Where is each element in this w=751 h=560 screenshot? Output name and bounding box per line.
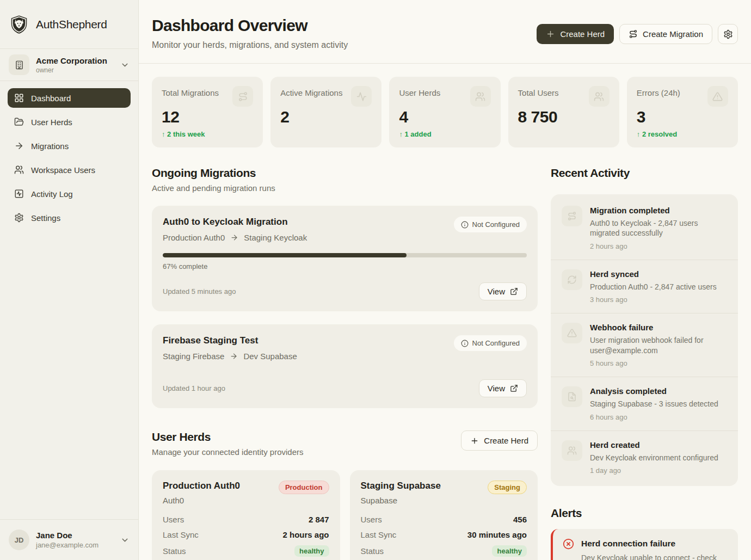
users-label: Users xyxy=(361,515,382,524)
folder-open-icon xyxy=(14,117,24,127)
create-herd-button[interactable]: Create Herd xyxy=(537,24,614,44)
activity-text: Herd synced Production Auth0 - 2,847 act… xyxy=(590,269,717,304)
activity-title: Webhook failure xyxy=(590,323,727,332)
herd-users-row: Users 456 xyxy=(361,515,527,524)
stat-value: 4 xyxy=(399,108,490,126)
activity-item-migration-completed: Migration completed Auth0 to Keycloak - … xyxy=(551,196,738,260)
activity-title: Migration completed xyxy=(590,206,727,215)
sidebar-item-migrations[interactable]: Migrations xyxy=(8,136,131,156)
external-link-icon xyxy=(510,384,518,392)
view-migration-button[interactable]: View xyxy=(479,379,527,397)
migration-source: Production Auth0 xyxy=(163,233,225,242)
stat-label: User Herds xyxy=(399,86,440,97)
last-sync-label: Last Sync xyxy=(361,530,397,539)
create-herd-section-button[interactable]: Create Herd xyxy=(461,430,538,451)
not-configured-label: Not Configured xyxy=(472,220,520,229)
migration-route: Production Auth0 Staging Keycloak xyxy=(163,233,307,242)
chevron-down-icon xyxy=(120,60,130,70)
activity-desc: Production Auth0 - 2,847 active users xyxy=(590,282,717,292)
sidebar-item-activity-log[interactable]: Activity Log xyxy=(8,184,131,204)
plus-icon xyxy=(470,436,479,445)
stat-value: 12 xyxy=(162,108,253,126)
user-info: Jane Doe jane@example.com xyxy=(36,531,114,549)
user-herds-title: User Herds xyxy=(152,430,304,444)
migration-card-heading: Firebase Staging Test Staging Firebase D… xyxy=(163,335,297,361)
building-icon xyxy=(9,54,29,75)
stat-trend: ↑ 1 added xyxy=(399,130,490,138)
page-title: Dashboard Overview xyxy=(152,16,348,35)
users-icon xyxy=(589,86,610,107)
route-icon xyxy=(232,86,253,107)
left-column: Ongoing Migrations Active and pending mi… xyxy=(152,167,538,560)
view-migration-button[interactable]: View xyxy=(479,282,527,300)
users-label: Users xyxy=(163,515,184,524)
sidebar-item-workspace-users[interactable]: Workspace Users xyxy=(8,160,131,180)
stat-label: Total Migrations xyxy=(162,86,219,97)
sidebar-item-settings[interactable]: Settings xyxy=(8,208,131,227)
alert-text: Herd connection failure Dev Keycloak una… xyxy=(581,538,728,560)
dashboard-content: Total Migrations 12 ↑ 2 this week Active… xyxy=(139,64,751,560)
arrow-right-icon xyxy=(230,352,238,360)
activity-item-analysis-completed: Analysis completed Staging Supabase - 3 … xyxy=(551,377,738,430)
sidebar-spacer xyxy=(0,235,138,519)
progress-fill xyxy=(163,253,407,257)
stat-trend xyxy=(280,130,372,138)
herd-details: Users 456 Last Sync 30 minutes ago Statu… xyxy=(361,515,527,557)
user-email: jane@example.com xyxy=(36,541,114,549)
user-herds-header: User Herds Manage your connected identit… xyxy=(152,430,538,457)
settings-button[interactable] xyxy=(718,24,738,44)
header-actions: Create Herd Create Migration xyxy=(537,24,738,44)
stat-label: Errors (24h) xyxy=(637,86,680,97)
activity-time: 1 day ago xyxy=(590,466,718,475)
activity-icon xyxy=(351,86,372,107)
alert-triangle-icon xyxy=(562,323,582,343)
migration-target: Dev Supabase xyxy=(243,352,297,361)
create-migration-button[interactable]: Create Migration xyxy=(619,24,712,44)
sidebar-item-user-herds[interactable]: User Herds xyxy=(8,112,131,132)
herd-provider: Supabase xyxy=(361,496,441,505)
stat-card-total-migrations: Total Migrations 12 ↑ 2 this week xyxy=(152,77,263,147)
stat-trend: ↑ 2 this week xyxy=(162,130,253,138)
herd-heading: Production Auth0 Auth0 xyxy=(163,481,240,505)
users-value: 2 847 xyxy=(309,515,329,524)
migration-target: Staging Keycloak xyxy=(244,233,307,242)
chevron-down-icon xyxy=(120,536,130,545)
org-role: owner xyxy=(36,66,114,74)
activity-desc: Dev Keycloak environment configured xyxy=(590,453,718,463)
org-selector[interactable]: Acme Corporation owner xyxy=(0,49,138,81)
activity-time: 3 hours ago xyxy=(590,296,717,304)
not-configured-badge: Not Configured xyxy=(454,217,527,232)
stat-card-errors: Errors (24h) 3 ↑ 2 resolved xyxy=(627,77,738,147)
activity-time: 2 hours ago xyxy=(590,242,727,250)
create-herd-label: Create Herd xyxy=(484,436,528,445)
updated-timestamp: Updated 5 minutes ago xyxy=(163,287,236,296)
progress-bar xyxy=(163,253,527,257)
users-value: 456 xyxy=(513,515,527,524)
progress-label: 67% complete xyxy=(163,262,527,270)
route-icon xyxy=(562,206,582,226)
alert-desc: Dev Keycloak unable to connect - check c… xyxy=(581,553,728,560)
x-circle-icon xyxy=(563,538,574,550)
sidebar-item-label: User Herds xyxy=(31,118,72,127)
herd-provider: Auth0 xyxy=(163,496,240,505)
create-herd-label: Create Herd xyxy=(560,29,605,39)
herd-name: Staging Supabase xyxy=(361,481,441,491)
env-badge-production: Production xyxy=(279,481,329,494)
migration-card-auth0-keycloak: Auth0 to Keycloak Migration Production A… xyxy=(152,206,538,311)
user-herds-subtitle: Manage your connected identity providers xyxy=(152,447,304,457)
user-menu[interactable]: JD Jane Doe jane@example.com xyxy=(0,519,138,560)
activity-text: Analysis completed Staging Supabase - 3 … xyxy=(590,386,718,421)
stat-value: 3 xyxy=(637,108,728,126)
user-name: Jane Doe xyxy=(36,531,114,540)
sidebar-nav: Dashboard User Herds Migrations Workspac… xyxy=(0,81,138,235)
herd-card-staging-supabase: Staging Supabase Supabase Staging Users … xyxy=(350,470,538,560)
sidebar-item-dashboard[interactable]: Dashboard xyxy=(8,88,131,108)
activity-desc: User migration webhook failed for user@e… xyxy=(590,335,727,355)
plus-icon xyxy=(546,29,555,39)
migration-name: Firebase Staging Test xyxy=(163,335,297,346)
status-badge: healthy xyxy=(294,545,329,557)
migration-card-firebase-staging: Firebase Staging Test Staging Firebase D… xyxy=(152,324,538,408)
org-name: Acme Corporation xyxy=(36,56,114,65)
activity-square-icon xyxy=(14,189,24,199)
create-migration-label: Create Migration xyxy=(643,29,703,39)
